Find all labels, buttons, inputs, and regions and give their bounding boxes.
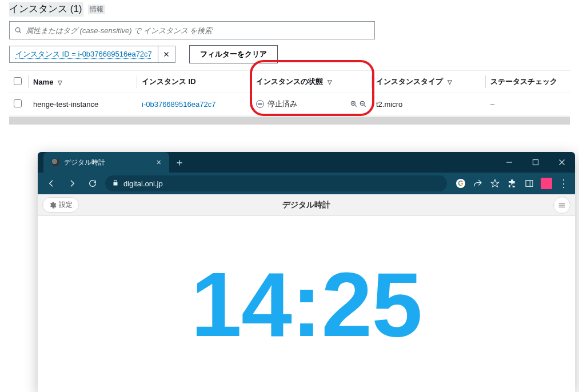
- filter-chip: インスタンス ID = i-0b376689516ea72c7: [9, 46, 175, 63]
- panel-icon[interactable]: [524, 178, 535, 189]
- extensions-icon[interactable]: [506, 178, 518, 189]
- filter-chip-label[interactable]: インスタンス ID = i-0b376689516ea72c7: [10, 49, 158, 59]
- svg-line-5: [354, 105, 356, 106]
- sort-caret-icon: ▽: [328, 79, 332, 85]
- browser-window: デジタル時計 × ＋ digital.onl.jp G ⋮: [38, 152, 575, 392]
- cell-type: t2.micro: [372, 93, 486, 115]
- reload-button[interactable]: [85, 175, 101, 191]
- browser-menu-button[interactable]: ⋮: [558, 178, 569, 189]
- toolbar-icons: G ⋮: [455, 178, 569, 189]
- page-header: 設定 デジタル時計: [38, 194, 575, 216]
- instances-table: Name ▽ インスタンス ID インスタンスの状態 ▽ インスタンスタイプ ▽: [9, 70, 570, 115]
- window-controls: [496, 152, 575, 173]
- search-input[interactable]: [26, 26, 370, 35]
- forward-button[interactable]: [64, 175, 80, 191]
- search-icon: [14, 26, 22, 34]
- page-heading: インスタンス (1): [9, 2, 83, 17]
- info-link[interactable]: 情報: [88, 5, 105, 14]
- sort-caret-icon: ▽: [58, 79, 62, 86]
- settings-label: 設定: [59, 200, 73, 210]
- select-all-checkbox[interactable]: [14, 77, 22, 85]
- stopped-icon: [256, 100, 264, 108]
- svg-line-1: [19, 31, 21, 33]
- tab-title: デジタル時計: [64, 158, 105, 167]
- svg-point-0: [15, 27, 20, 32]
- lock-icon: [112, 179, 119, 188]
- zoom-in-icon[interactable]: [350, 100, 358, 108]
- hamburger-icon: [557, 201, 566, 210]
- browser-toolbar: digital.onl.jp G ⋮: [38, 173, 575, 194]
- filters-row: インスタンス ID = i-0b376689516ea72c7 フィルターをクリ…: [9, 45, 570, 63]
- col-type[interactable]: インスタンスタイプ ▽: [372, 71, 486, 93]
- col-status-check-label: ステータスチェック: [490, 77, 557, 86]
- page-title: デジタル時計: [282, 200, 330, 210]
- col-state[interactable]: インスタンスの状態 ▽: [251, 71, 372, 93]
- address-bar[interactable]: digital.onl.jp: [105, 175, 447, 191]
- google-icon[interactable]: G: [455, 178, 466, 189]
- gear-icon: [49, 201, 57, 209]
- zoom-out-icon[interactable]: [359, 100, 367, 108]
- cell-status-check: –: [486, 93, 570, 115]
- svg-line-9: [364, 105, 365, 106]
- col-instance-id[interactable]: インスタンス ID: [137, 71, 251, 93]
- aws-console: インスタンス (1) 情報 インスタンス ID = i-0b376689516e…: [0, 0, 579, 129]
- row-checkbox[interactable]: [14, 99, 22, 107]
- page-menu-button[interactable]: [553, 197, 570, 214]
- url-text: digital.onl.jp: [123, 179, 163, 188]
- table-scroll-hint: [9, 117, 570, 125]
- svg-marker-15: [491, 179, 498, 187]
- clear-filters-button[interactable]: フィルターをクリア: [189, 45, 278, 63]
- svg-rect-12: [533, 160, 538, 165]
- close-window-button[interactable]: [549, 152, 575, 173]
- col-name-label: Name: [33, 78, 53, 86]
- digital-clock: 14:25: [191, 259, 422, 350]
- col-name[interactable]: Name ▽: [29, 71, 137, 93]
- new-tab-button[interactable]: ＋: [171, 154, 187, 170]
- instance-id-link[interactable]: i-0b376689516ea72c7: [142, 100, 215, 109]
- tab-close-button[interactable]: ×: [157, 158, 161, 167]
- header-row: インスタンス (1) 情報: [9, 0, 570, 21]
- cell-name: henge-test-instance: [29, 93, 137, 115]
- sort-caret-icon: ▽: [448, 79, 452, 85]
- state-label: 停止済み: [267, 99, 297, 109]
- minimize-button[interactable]: [496, 152, 522, 173]
- browser-titlebar[interactable]: デジタル時計 × ＋: [38, 152, 575, 173]
- settings-button[interactable]: 設定: [42, 197, 79, 213]
- profile-avatar[interactable]: [541, 178, 552, 189]
- col-state-label: インスタンスの状態: [256, 77, 323, 86]
- favicon-icon: [51, 158, 59, 166]
- back-button[interactable]: [43, 175, 59, 191]
- table-row[interactable]: henge-test-instance i-0b376689516ea72c7 …: [9, 93, 570, 115]
- col-type-label: インスタンスタイプ: [376, 77, 443, 86]
- search-input-wrap[interactable]: [9, 21, 375, 39]
- clock-area: 14:25: [38, 216, 575, 392]
- filter-chip-remove-button[interactable]: [158, 46, 175, 62]
- browser-tab[interactable]: デジタル時計 ×: [43, 152, 169, 173]
- select-all-header[interactable]: [9, 71, 29, 93]
- svg-rect-16: [526, 181, 533, 187]
- bookmark-star-icon[interactable]: [489, 178, 501, 189]
- share-icon[interactable]: [472, 178, 484, 189]
- col-instance-id-label: インスタンス ID: [142, 77, 196, 86]
- cell-state: 停止済み: [256, 99, 367, 109]
- close-icon: [163, 51, 170, 58]
- col-status-check[interactable]: ステータスチェック: [486, 71, 570, 93]
- maximize-button[interactable]: [522, 152, 549, 173]
